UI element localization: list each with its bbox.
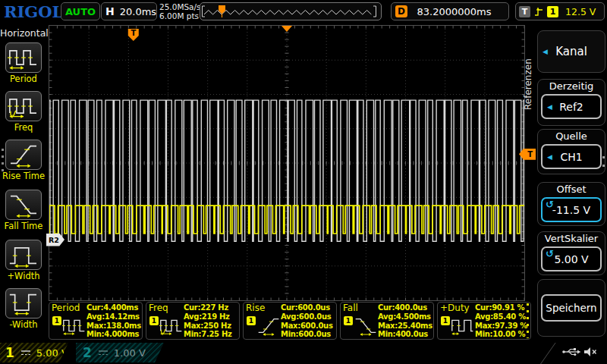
- freq-icon: [5, 91, 42, 121]
- channel2-scale: 1.00 V: [114, 347, 146, 359]
- svg-text:T: T: [131, 29, 136, 37]
- fall-time-icon: [5, 190, 42, 220]
- channel1-number: 1: [5, 345, 14, 360]
- save-button[interactable]: Speichern: [541, 294, 602, 322]
- minus-width-icon: [5, 288, 42, 318]
- measurement-duty[interactable]: +Duty 1 Cur:90.91 %Avg:85.40 % Max:97.39…: [437, 302, 531, 340]
- menu-item-label: Period: [0, 74, 47, 84]
- oscilloscope-screen: RIGOL AUTO H 20.0ms 25.0MSa/s 6.00M pts …: [0, 0, 607, 364]
- measure-values: Cur:600.0usAvg:600.0us Max:600.0usMin:60…: [281, 303, 335, 339]
- back-arrow-icon: ◀: [543, 48, 548, 55]
- softkey-value: 5.00 V: [554, 253, 588, 265]
- channel-badge: 1: [344, 316, 353, 325]
- measure-values: Cur:4.400msAvg:14.12ms Max:138.0msMin:4.…: [86, 303, 141, 339]
- softkey-vertskalier[interactable]: VertSkalier ↺ 5.00 V: [537, 231, 605, 275]
- h-label: H: [105, 5, 115, 17]
- measure-name: Rise: [246, 303, 265, 313]
- left-menu: Horizontal Period Freq Rise Time Fall Ti…: [0, 23, 47, 341]
- softkey-value-button[interactable]: ◀ CH1: [541, 144, 602, 169]
- channel-badge: 1: [149, 316, 159, 325]
- plus-width-icon: [5, 240, 42, 270]
- menu-scroll-dots: [2, 149, 4, 174]
- waveform-plot: T: [49, 26, 524, 300]
- menu-item-pwidth[interactable]: +Width: [0, 240, 47, 281]
- channel-badge: 1: [247, 316, 256, 325]
- run-state-label: AUTO: [65, 6, 96, 17]
- rising-edge-icon: [533, 6, 544, 17]
- measure-values: Cur:227 HzAvg:219 Hz Max:250 HzMin:7.25 …: [184, 303, 238, 339]
- softkey-value-button[interactable]: ↺ 5.00 V: [541, 246, 602, 271]
- channel2-number: 2: [83, 345, 92, 360]
- period-icon: [5, 42, 42, 73]
- measurement-period[interactable]: Period 1 Cur:4.400msAvg:14.12ms Max:138.…: [49, 302, 143, 340]
- period-measure-icon: [62, 315, 86, 336]
- softkey-offset[interactable]: Offset ↺ -11.5 V: [537, 182, 605, 226]
- menu-item-period[interactable]: Period: [0, 42, 47, 84]
- softkey-derzeitig[interactable]: Derzeitig ◀ Ref2: [537, 79, 605, 126]
- measurement-freq[interactable]: Freq 1 Cur:227 HzAvg:219 Hz Max:250 HzMi…: [146, 302, 240, 340]
- channel1-scale: 5.00 V: [36, 347, 68, 359]
- softkey-title: Offset: [538, 183, 605, 196]
- measure-values: Cur:90.91 %Avg:85.40 % Max:97.39 %Min:10…: [475, 303, 530, 339]
- measure-more-dots: [527, 303, 529, 338]
- run-state-indicator[interactable]: AUTO: [61, 2, 100, 20]
- select-arrow-icon: ◀: [547, 103, 552, 111]
- softkey-kanal[interactable]: ◀ Kanal: [537, 30, 605, 73]
- delay-d-badge: D: [395, 5, 407, 17]
- dc-coupling-icon: [98, 349, 109, 356]
- rise-measure-icon: [256, 315, 281, 336]
- left-menu-title: Horizontal: [0, 27, 47, 39]
- sample-rate: 25.0MSa/s: [159, 2, 201, 11]
- softkey-title: [538, 280, 605, 293]
- channel1-tab[interactable]: 1 5.00 V: [0, 343, 74, 362]
- menu-tab-title: Referenzen: [522, 35, 534, 133]
- softkey-title: VertSkalier: [538, 232, 605, 246]
- rotate-knob-icon: ↺: [546, 199, 554, 210]
- menu-item-label: +Width: [0, 271, 47, 281]
- trigger-t-badge: T: [519, 6, 530, 17]
- measure-name: Freq: [149, 303, 168, 313]
- channel-badge: 1: [441, 316, 450, 325]
- rotate-knob-icon: ↺: [546, 248, 554, 259]
- acquisition-info: 25.0MSa/s 6.00M pts: [159, 2, 201, 20]
- softkey-value: Ref2: [559, 101, 583, 113]
- menu-item-label: Fall Time: [0, 221, 47, 231]
- measure-name: Fall: [343, 303, 358, 313]
- select-arrow-icon: ◀: [547, 153, 552, 161]
- menu-item-rise-time[interactable]: Rise Time: [0, 140, 47, 181]
- menu-item-nwidth[interactable]: -Width: [0, 288, 47, 330]
- page-dots: [602, 156, 605, 168]
- menu-item-fall-time[interactable]: Fall Time: [0, 190, 47, 231]
- softkey-title: Derzeitig: [538, 80, 605, 93]
- softkey-quelle[interactable]: Quelle ◀ CH1: [537, 129, 605, 174]
- softkey-label: Kanal: [555, 45, 587, 58]
- rise-time-icon: [5, 140, 42, 170]
- menu-item-label: Freq: [0, 122, 47, 133]
- duty-measure-icon: [451, 315, 475, 336]
- delay-value: 83.2000000ms: [417, 6, 498, 17]
- softkey-value-button[interactable]: ◀ Ref2: [541, 94, 602, 119]
- measurement-fall[interactable]: Fall 1 Cur:400.0usAvg:4.500ms Max:25.40m…: [340, 302, 434, 340]
- softkey-speichern[interactable]: Speichern: [537, 279, 605, 337]
- softkey-value: CH1: [560, 151, 582, 163]
- softkey-title: Quelle: [538, 130, 605, 143]
- brand-logo: RIGOL: [4, 2, 63, 21]
- save-label: Speichern: [546, 302, 596, 314]
- trigger-level-value: 12.5 V: [565, 6, 596, 17]
- trigger-box[interactable]: T 1 12.5 V: [515, 2, 605, 20]
- channel-badge: 1: [52, 316, 61, 325]
- softkey-value-button[interactable]: ↺ -11.5 V: [541, 197, 602, 222]
- menu-item-label: Rise Time: [0, 171, 47, 181]
- menu-item-freq[interactable]: Freq: [0, 91, 47, 133]
- measurement-rise[interactable]: Rise 1 Cur:600.0usAvg:600.0us Max:600.0u…: [243, 302, 337, 340]
- delay-box[interactable]: D 83.2000000ms: [391, 2, 509, 20]
- fall-measure-icon: [354, 315, 378, 336]
- trigger-source-badge: 1: [547, 6, 558, 17]
- channel2-tab[interactable]: 2 1.00 V: [76, 343, 170, 362]
- waveform-display: T: [49, 25, 525, 301]
- memory-position-bar[interactable]: [200, 2, 382, 20]
- timebase-value: 20.0ms: [120, 6, 156, 17]
- horizontal-timebase-box[interactable]: H 20.0ms: [101, 2, 157, 20]
- menu-item-label: -Width: [0, 319, 47, 330]
- memory-waveform-preview: [200, 4, 379, 19]
